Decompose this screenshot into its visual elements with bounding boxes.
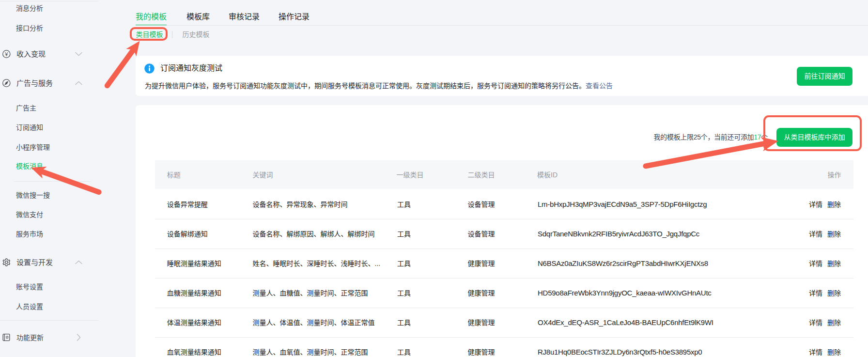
svg-text:¥: ¥ [4,51,8,57]
